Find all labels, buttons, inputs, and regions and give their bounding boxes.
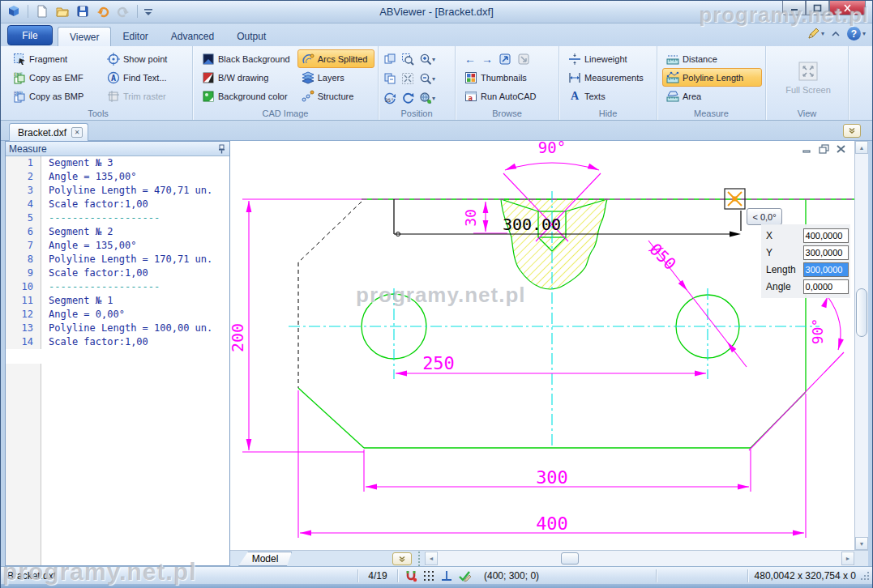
list-item: 13Polyline Length = 100,00 un. bbox=[6, 322, 229, 335]
zoom-preview-icon[interactable]: ▾ bbox=[419, 92, 443, 104]
tab-list-chevron-icon[interactable] bbox=[843, 124, 861, 138]
copy-as-emf-button[interactable]: EMF Copy as EMF bbox=[9, 68, 100, 87]
show-point-button[interactable]: Show point bbox=[103, 49, 187, 68]
ribbon-group-position: ▾ ▾ 35° ▾ Position bbox=[379, 46, 456, 120]
help-icon[interactable]: ? ▾ bbox=[847, 27, 866, 40]
title-bar: ABViewer - [Bracket.dxf] bbox=[1, 1, 872, 23]
area-button[interactable]: Area bbox=[662, 87, 762, 105]
measure-panel: Measure 1Segment № 3 2Angle = 135,00° 3P… bbox=[5, 141, 230, 566]
tab-advanced[interactable]: Advanced bbox=[160, 27, 225, 46]
zoom-window-icon[interactable] bbox=[401, 53, 419, 66]
zoom-out-icon[interactable]: ▾ bbox=[419, 72, 443, 85]
tab-output[interactable]: Output bbox=[225, 27, 277, 46]
measurements-button[interactable]: Measurements bbox=[564, 68, 653, 87]
measure-panel-title: Measure bbox=[9, 143, 217, 155]
close-button[interactable] bbox=[829, 1, 866, 15]
scroll-right-icon[interactable]: ► bbox=[841, 552, 854, 565]
snap-check-icon[interactable] bbox=[458, 569, 471, 582]
list-item: 10------------------- bbox=[6, 280, 229, 294]
status-page-indicator: 4/19 bbox=[358, 567, 397, 584]
dim-angle-right: 90° bbox=[809, 318, 826, 345]
background-color-button[interactable]: Background color bbox=[198, 87, 294, 105]
lineweight-button[interactable]: Lineweight bbox=[564, 49, 653, 68]
tab-file[interactable]: File bbox=[7, 25, 53, 45]
dim-total-width: 400 bbox=[536, 513, 568, 534]
bw-drawing-icon bbox=[202, 71, 215, 84]
grid-icon[interactable] bbox=[422, 569, 435, 582]
bw-drawing-button[interactable]: B/W drawing bbox=[198, 68, 294, 87]
list-item: 9Scale factor:1,00 bbox=[6, 266, 229, 280]
find-text-button[interactable]: A Find Text... bbox=[103, 68, 187, 87]
fragment-icon bbox=[13, 53, 26, 66]
group-label-measure: Measure bbox=[657, 109, 765, 118]
style-pencil-icon[interactable]: ▾ bbox=[807, 28, 824, 40]
rotate-view-icon[interactable]: 35° bbox=[383, 92, 401, 104]
black-background-button[interactable]: Black Background bbox=[198, 49, 294, 68]
horizontal-scroll-thumb[interactable] bbox=[561, 552, 579, 565]
open-in-new-icon[interactable] bbox=[499, 53, 511, 66]
length-input[interactable]: 300,0000 bbox=[803, 262, 849, 277]
polyline-length-button[interactable]: Polyline Length bbox=[662, 68, 762, 87]
vertical-scroll-thumb[interactable] bbox=[856, 288, 867, 337]
mdi-minimize-icon[interactable] bbox=[802, 144, 812, 154]
group-label-cad-image: CAD Image bbox=[193, 109, 378, 118]
group-label-view: View bbox=[766, 109, 848, 118]
copy-bmp-icon: BMP bbox=[13, 90, 26, 103]
collapse-ribbon-icon[interactable] bbox=[831, 31, 841, 37]
svg-text:A: A bbox=[111, 74, 116, 83]
document-tab-bracket[interactable]: Bracket.dxf ✕ bbox=[9, 123, 88, 141]
polyline-length-icon bbox=[666, 71, 679, 84]
scroll-left-icon[interactable]: ◄ bbox=[425, 552, 438, 565]
copy-as-bmp-button[interactable]: BMP Copy as BMP bbox=[9, 87, 100, 105]
drawing-canvas[interactable]: 90° 30 200 250 300 400 Ø50 90° 300.00 bbox=[230, 141, 854, 550]
arcs-splitted-icon bbox=[302, 53, 315, 66]
tab-viewer[interactable]: Viewer bbox=[58, 27, 111, 46]
horizontal-scrollbar[interactable]: ◄ ► bbox=[425, 551, 854, 566]
measure-results-list[interactable]: 1Segment № 3 2Angle = 135,00° 3Polyline … bbox=[6, 156, 229, 565]
fit-to-screen-icon[interactable] bbox=[401, 72, 419, 85]
layout-list-chevron-icon[interactable] bbox=[392, 552, 412, 565]
y-input[interactable]: 300,0000 bbox=[803, 245, 849, 260]
copy-view-icon[interactable] bbox=[383, 72, 401, 85]
svg-text:a: a bbox=[469, 93, 473, 101]
document-close-icon[interactable]: ✕ bbox=[71, 127, 83, 138]
cad-drawing: 90° 30 200 250 300 400 Ø50 90° 300.00 bbox=[230, 141, 854, 550]
y-label: Y bbox=[766, 247, 800, 258]
minimize-button[interactable] bbox=[782, 1, 806, 15]
angle-label: Angle bbox=[766, 281, 800, 292]
vertical-scrollbar[interactable]: ▲ ▼ bbox=[854, 141, 868, 550]
resize-grip[interactable] bbox=[859, 570, 871, 582]
maximize-button[interactable] bbox=[806, 1, 829, 15]
list-item: 5------------------- bbox=[6, 211, 229, 225]
distance-button[interactable]: Distance bbox=[662, 49, 762, 68]
mdi-close-icon[interactable] bbox=[836, 144, 846, 154]
trim-raster-button: Trim raster bbox=[103, 87, 187, 105]
arcs-splitted-button[interactable]: Arcs Splitted bbox=[297, 49, 374, 68]
model-tab[interactable]: Model bbox=[238, 552, 292, 566]
refresh-icon[interactable] bbox=[401, 92, 419, 104]
mdi-restore-icon[interactable] bbox=[819, 144, 829, 154]
angle-tooltip: < 0,0° bbox=[747, 208, 782, 225]
x-input[interactable]: 400,0000 bbox=[803, 228, 849, 243]
forward-icon[interactable]: → bbox=[481, 53, 493, 66]
scroll-down-icon[interactable]: ▼ bbox=[855, 537, 868, 550]
thumbnails-button[interactable]: Thumbnails bbox=[460, 68, 555, 87]
pin-icon[interactable] bbox=[217, 144, 226, 154]
pan-pages-icon[interactable] bbox=[383, 53, 401, 66]
trim-raster-icon bbox=[107, 90, 120, 103]
texts-button[interactable]: A Texts bbox=[564, 87, 653, 105]
list-item: 7Angle = 135,00° bbox=[6, 239, 229, 253]
ribbon-tab-row: File Viewer Editor Advanced Output ▾ ? ▾ bbox=[1, 23, 872, 46]
zoom-in-icon[interactable]: ▾ bbox=[419, 53, 443, 66]
angle-input[interactable]: 0,0000 bbox=[803, 279, 849, 294]
run-autocad-button[interactable]: a Run AutoCAD bbox=[460, 87, 555, 105]
structure-button[interactable]: Structure bbox=[297, 87, 374, 105]
scroll-up-icon[interactable]: ▲ bbox=[855, 141, 868, 154]
ortho-icon[interactable] bbox=[440, 569, 453, 582]
tab-editor[interactable]: Editor bbox=[111, 27, 159, 46]
fragment-button[interactable]: Fragment bbox=[9, 49, 100, 68]
back-icon[interactable]: ← bbox=[464, 53, 476, 66]
layers-button[interactable]: Layers bbox=[297, 68, 374, 87]
osnap-magnet-icon[interactable] bbox=[404, 569, 417, 582]
x-label: X bbox=[766, 230, 800, 241]
